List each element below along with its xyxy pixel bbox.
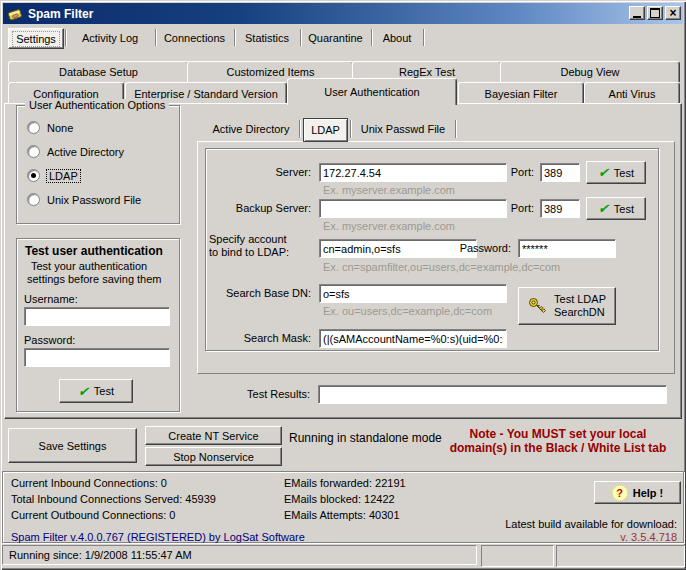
bind-password-field[interactable] — [518, 239, 616, 258]
radio-label: None — [47, 122, 73, 134]
server-label: Server: — [206, 166, 311, 178]
stat-emails-attempts: EMails Attempts: 40301 — [284, 509, 400, 521]
test-auth-title: Test user authentication — [25, 244, 163, 258]
radio-unix-password-file[interactable]: Unix Password File — [27, 193, 141, 206]
tab-label: Database Setup — [59, 66, 138, 78]
radio-none[interactable]: None — [27, 121, 73, 134]
domain-note-line2: domain(s) in the Black / White List tab — [450, 441, 667, 455]
test-auth-desc-line1: Test your authentication — [31, 260, 147, 272]
tab-label: Quarantine — [308, 32, 362, 44]
check-icon: ✔ — [598, 165, 609, 180]
group-title: User Authentication Options — [25, 99, 169, 111]
server-port-field[interactable] — [540, 163, 580, 182]
stat-emails-blocked: EMails blocked: 12422 — [284, 493, 395, 505]
backup-test-button[interactable]: ✔ Test — [586, 197, 646, 220]
latest-version-text: v. 3.5.4.718 — [620, 531, 677, 543]
radio-icon — [27, 145, 40, 158]
bind-account-label-line2: to bind to LDAP: — [209, 246, 289, 258]
help-icon: ? — [612, 485, 628, 501]
stop-nonservice-button[interactable]: Stop Nonservice — [145, 447, 282, 466]
button-label-line2: SearchDN — [554, 306, 605, 318]
tab-separator — [234, 29, 235, 46]
button-label: Help ! — [633, 487, 664, 499]
bind-password-label: Password: — [456, 242, 511, 254]
radio-icon — [27, 121, 40, 134]
radio-label: Unix Password File — [47, 194, 141, 206]
tab-label: LDAP — [311, 124, 340, 136]
tab-debug-view[interactable]: Debug View — [500, 61, 680, 82]
test-auth-panel: Test user authentication Test your authe… — [16, 238, 180, 412]
window-titlebar: Spam Filter × — [3, 3, 683, 24]
tab-quarantine[interactable]: Quarantine — [303, 28, 368, 47]
button-label: Test LDAPSearchDN — [554, 293, 606, 319]
backup-hint: Ex. myserver.example.com — [323, 220, 455, 232]
button-label: Test — [94, 385, 114, 397]
statusbar-running-since-panel: Running since: 1/9/2008 11:55:47 AM — [2, 545, 477, 565]
radio-active-directory[interactable]: Active Directory — [27, 145, 124, 158]
backup-server-field[interactable] — [319, 199, 507, 218]
standalone-mode-text: Running in standalone mode — [289, 431, 442, 445]
tab-connections[interactable]: Connections — [158, 28, 231, 47]
create-nt-service-button[interactable]: Create NT Service — [145, 426, 282, 445]
tab-label: About — [383, 32, 412, 44]
search-base-dn-field[interactable] — [319, 284, 507, 303]
server-field[interactable] — [319, 163, 507, 182]
tab-bayesian-filter[interactable]: Bayesian Filter — [458, 82, 584, 104]
tab-label: Connections — [164, 32, 225, 44]
key-icon — [528, 297, 548, 315]
button-label: Create NT Service — [168, 430, 258, 442]
bind-account-field[interactable] — [319, 239, 477, 258]
ldap-tab-ldap[interactable]: LDAP — [303, 118, 348, 142]
tab-database-setup[interactable]: Database Setup — [8, 61, 189, 82]
close-icon: × — [669, 8, 676, 18]
backup-port-label: Port: — [506, 202, 534, 214]
bind-hint: Ex. cn=spamfilter,ou=users,dc=example,dc… — [323, 261, 560, 273]
tab-separator — [350, 120, 351, 138]
tab-anti-virus[interactable]: Anti Virus — [584, 82, 680, 104]
tab-activity-log[interactable]: Activity Log — [68, 28, 152, 47]
app-icon — [7, 6, 23, 22]
stat-emails-forwarded: EMails forwarded: 22191 — [284, 477, 406, 489]
tab-label: Unix Passwd File — [361, 123, 445, 135]
tab-user-authentication[interactable]: User Authentication — [287, 78, 457, 105]
tab-separator — [371, 29, 372, 46]
window-title: Spam Filter — [28, 7, 93, 21]
user-auth-options-group: User Authentication Options None Active … — [16, 105, 180, 224]
minimize-button[interactable] — [629, 6, 645, 20]
test-results-field[interactable] — [318, 385, 667, 404]
button-label-line1: Test LDAP — [554, 293, 606, 305]
close-button[interactable]: × — [665, 6, 681, 20]
ldap-tab-unix-passwd-file[interactable]: Unix Passwd File — [354, 118, 452, 140]
ldap-tab-active-directory[interactable]: Active Directory — [205, 118, 297, 140]
help-button[interactable]: ? Help ! — [594, 481, 681, 504]
running-since-text: Running since: 1/9/2008 11:55:47 AM — [9, 549, 192, 561]
username-field[interactable] — [24, 307, 170, 326]
app-window: Spam Filter × Settings Activity Log Conn… — [0, 0, 686, 570]
base-dn-hint: Ex. ou=users,dc=example,dc=com — [323, 305, 492, 317]
tab-label: Active Directory — [212, 123, 289, 135]
test-auth-button[interactable]: ✔ Test — [59, 379, 133, 403]
tab-settings[interactable]: Settings — [8, 28, 64, 49]
backup-port-field[interactable] — [540, 199, 580, 218]
radio-ldap[interactable]: LDAP — [27, 169, 80, 182]
tab-separator — [455, 120, 456, 138]
search-mask-field[interactable] — [319, 329, 507, 348]
radio-icon — [27, 193, 40, 206]
tab-label: Anti Virus — [609, 88, 656, 100]
tab-label: User Authentication — [324, 86, 419, 98]
button-label: Stop Nonservice — [173, 451, 254, 463]
save-settings-button[interactable]: Save Settings — [8, 428, 137, 463]
tab-label: Settings — [13, 32, 59, 46]
server-hint: Ex. myserver.example.com — [323, 184, 455, 196]
server-test-button[interactable]: ✔ Test — [586, 161, 646, 184]
password-field[interactable] — [24, 348, 170, 367]
statusbar-panel-3 — [556, 545, 685, 567]
radio-icon — [27, 169, 40, 182]
tab-about[interactable]: About — [374, 28, 420, 47]
button-label: Save Settings — [39, 440, 107, 452]
test-ldap-searchdn-button[interactable]: Test LDAPSearchDN — [518, 287, 616, 325]
maximize-button[interactable] — [647, 6, 663, 20]
tab-statistics[interactable]: Statistics — [237, 28, 297, 47]
tab-label: Activity Log — [82, 32, 138, 44]
domain-note-line1: Note - You MUST set your local — [470, 427, 647, 441]
